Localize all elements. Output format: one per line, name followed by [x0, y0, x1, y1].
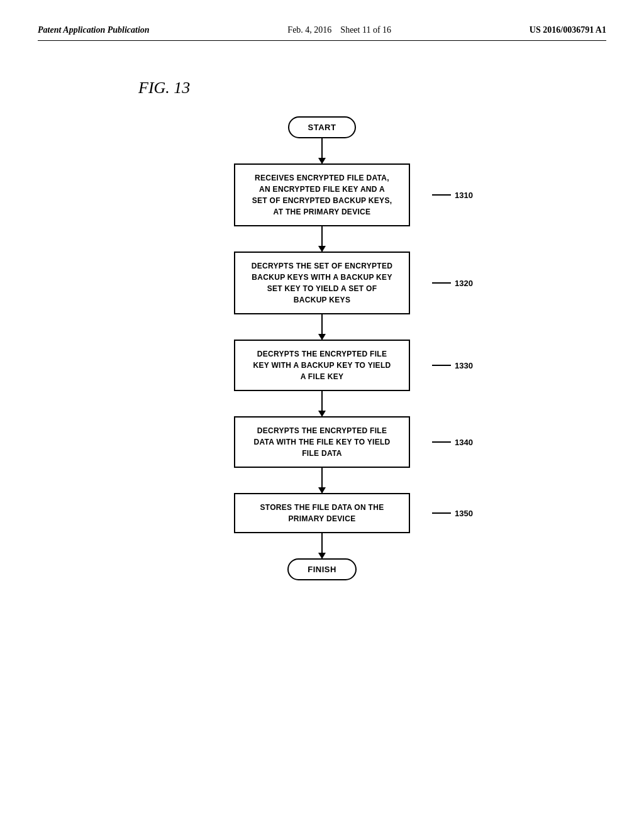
arrow-1340-1350 [321, 468, 323, 493]
step-label-1310: 1310 [432, 191, 473, 200]
step-row-1350: STORES THE FILE DATA ON THEPRIMARY DEVIC… [234, 493, 410, 533]
process-box-1310: RECEIVES ENCRYPTED FILE DATA,AN ENCRYPTE… [234, 163, 410, 226]
step-row-1330: DECRYPTS THE ENCRYPTED FILEKEY WITH A BA… [234, 340, 410, 391]
figure-title: FIG. 13 [138, 79, 606, 97]
step-label-1330: 1330 [432, 361, 473, 370]
process-box-1330: DECRYPTS THE ENCRYPTED FILEKEY WITH A BA… [234, 340, 410, 391]
step-label-1340: 1340 [432, 438, 473, 447]
step-row-1320: DECRYPTS THE SET OF ENCRYPTEDBACKUP KEYS… [234, 252, 410, 314]
header-date-sheet: Feb. 4, 2016 Sheet 11 of 16 [287, 25, 391, 35]
process-box-1350: STORES THE FILE DATA ON THEPRIMARY DEVIC… [234, 493, 410, 533]
flowchart: START RECEIVES ENCRYPTED FILE DATA,AN EN… [38, 116, 606, 580]
arrow-1320-1330 [321, 314, 323, 340]
page: Patent Application Publication Feb. 4, 2… [0, 0, 644, 830]
step-label-1320: 1320 [432, 279, 473, 288]
finish-terminal: FINISH [287, 558, 357, 580]
arrow-start-1310 [321, 138, 323, 163]
arrow-1350-finish [321, 533, 323, 558]
process-box-1320: DECRYPTS THE SET OF ENCRYPTEDBACKUP KEYS… [234, 252, 410, 314]
page-header: Patent Application Publication Feb. 4, 2… [38, 25, 606, 41]
arrow-1330-1340 [321, 391, 323, 416]
sheet-info: Sheet 11 of 16 [340, 25, 391, 35]
arrow-1310-1320 [321, 226, 323, 252]
publication-title: Patent Application Publication [38, 25, 150, 35]
publication-date: Feb. 4, 2016 [287, 25, 331, 35]
patent-number: US 2016/0036791 A1 [530, 25, 606, 35]
step-label-1350: 1350 [432, 509, 473, 518]
process-box-1340: DECRYPTS THE ENCRYPTED FILEDATA WITH THE… [234, 416, 410, 468]
step-row-1310: RECEIVES ENCRYPTED FILE DATA,AN ENCRYPTE… [234, 163, 410, 226]
step-row-1340: DECRYPTS THE ENCRYPTED FILEDATA WITH THE… [234, 416, 410, 468]
start-terminal: START [288, 116, 357, 138]
